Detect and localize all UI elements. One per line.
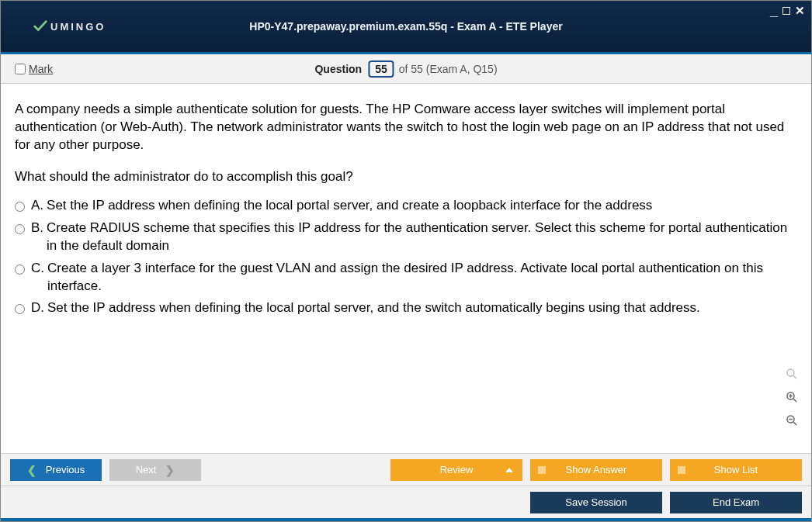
question-indicator: Question 55 of 55 (Exam A, Q15) xyxy=(314,60,497,78)
maximize-icon[interactable] xyxy=(783,7,790,15)
question-prompt: What should the administrator do to acco… xyxy=(15,168,797,186)
option-letter: B. xyxy=(31,220,43,237)
mark-checkbox-wrap[interactable]: Mark xyxy=(15,63,53,75)
show-list-button[interactable]: Show List xyxy=(670,459,802,481)
mark-checkbox[interactable] xyxy=(15,64,26,74)
close-icon[interactable]: ✕ xyxy=(795,4,805,18)
previous-button[interactable]: ❮ Previous xyxy=(10,459,102,481)
toolbar: ❮ Previous Next ❯ Review Show Answer Sho… xyxy=(1,453,811,521)
review-button[interactable]: Review xyxy=(390,459,522,481)
option-text: Create a layer 3 interface for the guest… xyxy=(47,260,797,296)
svg-line-8 xyxy=(793,422,796,425)
question-word: Question xyxy=(314,63,362,75)
toolbar-row-2: Save Session End Exam xyxy=(1,486,811,518)
zoom-out-icon[interactable] xyxy=(783,412,800,429)
option-radio[interactable] xyxy=(15,202,25,212)
option-text: Set the IP address when defining the loc… xyxy=(47,197,652,215)
end-exam-button[interactable]: End Exam xyxy=(670,492,802,513)
minimize-icon[interactable]: _ xyxy=(770,8,778,14)
zoom-controls xyxy=(783,365,800,429)
options-list: A. Set the IP address when defining the … xyxy=(15,197,797,318)
option-radio[interactable] xyxy=(15,224,25,234)
question-number: 55 xyxy=(368,60,394,78)
mark-label: Mark xyxy=(29,63,53,75)
option-text: Create RADIUS scheme that specifies this… xyxy=(47,220,797,255)
window-title: HP0-Y47.prepaway.premium.exam.55q - Exam… xyxy=(249,20,562,33)
question-of-text: of 55 (Exam A, Q15) xyxy=(399,63,498,75)
chevron-left-icon: ❮ xyxy=(27,464,36,476)
app-logo: UMINGO xyxy=(32,18,106,35)
title-bar: UMINGO HP0-Y47.prepaway.premium.exam.55q… xyxy=(1,1,811,52)
logo-text: UMINGO xyxy=(50,21,106,33)
option-b[interactable]: B. Create RADIUS scheme that specifies t… xyxy=(15,220,797,255)
next-button[interactable]: Next ❯ xyxy=(109,459,201,481)
option-radio[interactable] xyxy=(15,264,25,275)
chevron-right-icon: ❯ xyxy=(165,464,175,476)
square-icon xyxy=(538,466,546,474)
question-body: A company needs a simple authenticate so… xyxy=(1,84,811,330)
option-letter: A. xyxy=(31,197,43,215)
option-radio[interactable] xyxy=(15,304,25,314)
save-session-button[interactable]: Save Session xyxy=(530,492,662,513)
option-a[interactable]: A. Set the IP address when defining the … xyxy=(15,197,797,215)
search-icon[interactable] xyxy=(783,365,800,382)
toolbar-row-1: ❮ Previous Next ❯ Review Show Answer Sho… xyxy=(1,453,811,486)
option-c[interactable]: C. Create a layer 3 interface for the gu… xyxy=(15,260,797,296)
svg-line-5 xyxy=(793,399,796,402)
svg-line-1 xyxy=(793,375,796,379)
question-text: A company needs a simple authenticate so… xyxy=(15,101,797,154)
checkmark-icon xyxy=(32,18,49,35)
show-answer-button[interactable]: Show Answer xyxy=(530,459,662,481)
option-letter: D. xyxy=(31,299,44,317)
option-d[interactable]: D. Set the IP address when defining the … xyxy=(15,299,797,317)
bottom-divider xyxy=(1,518,811,521)
svg-point-0 xyxy=(787,369,794,376)
zoom-in-icon[interactable] xyxy=(783,389,800,406)
option-text: Set the IP address when defining the loc… xyxy=(47,299,700,317)
square-icon xyxy=(678,466,685,474)
window-controls: _ ✕ xyxy=(770,4,805,18)
question-header: Mark Question 55 of 55 (Exam A, Q15) xyxy=(1,54,811,84)
option-letter: C. xyxy=(31,260,44,278)
triangle-up-icon xyxy=(505,468,513,472)
